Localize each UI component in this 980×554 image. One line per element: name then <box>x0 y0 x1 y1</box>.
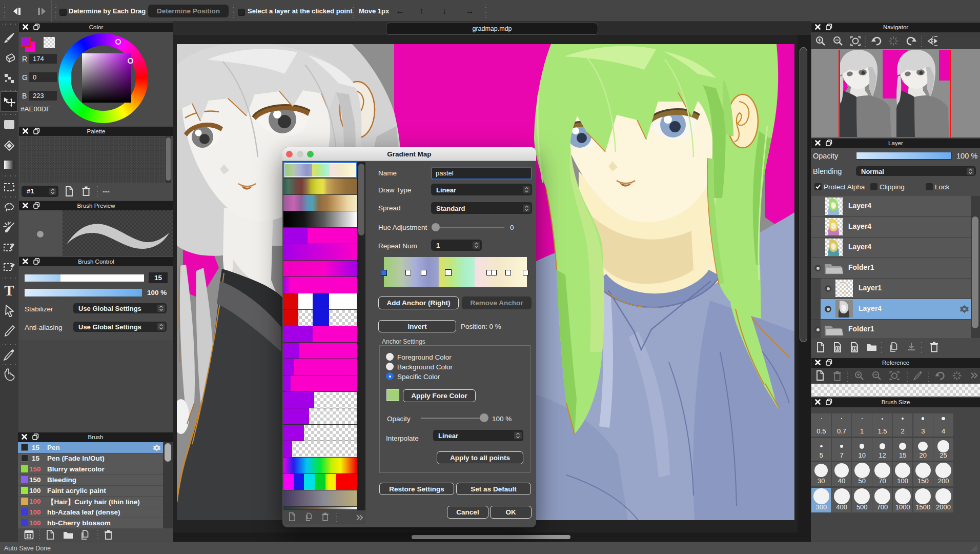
svg-text:1: 1 <box>853 346 855 351</box>
svg-text:8: 8 <box>836 346 839 351</box>
